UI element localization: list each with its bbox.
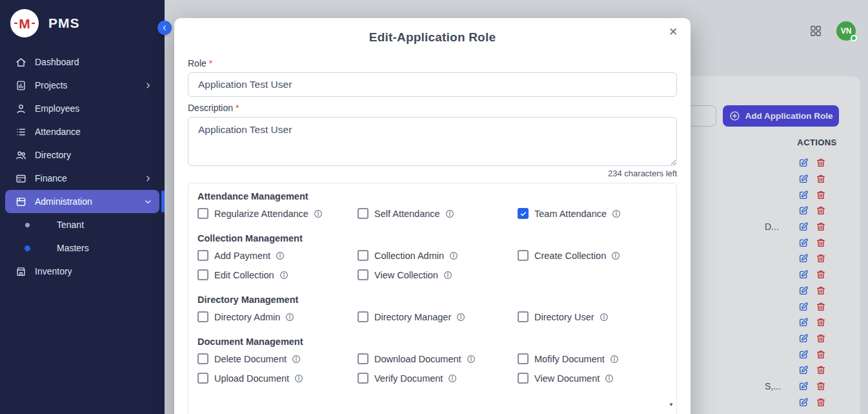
info-icon[interactable]: [449, 251, 458, 260]
checkbox-icon[interactable]: [358, 373, 368, 384]
checkbox-icon[interactable]: [358, 269, 368, 280]
permission-directory-admin[interactable]: Directory Admin: [197, 311, 358, 322]
permission-grid: Delete DocumentDownload DocumentMofify D…: [197, 353, 672, 384]
sidebar-item-dashboard[interactable]: Dashboard: [5, 50, 159, 74]
checked-checkbox-icon[interactable]: [518, 208, 529, 219]
checkbox-icon[interactable]: [358, 353, 368, 364]
permission-label: Collection Admin: [374, 251, 444, 261]
sidebar-item-employees[interactable]: Employees: [5, 97, 159, 120]
info-icon[interactable]: [456, 313, 465, 322]
list-icon: [15, 127, 26, 138]
permission-edit-collection[interactable]: Edit Collection: [197, 269, 358, 280]
checkbox-icon[interactable]: [197, 311, 208, 322]
edit-application-role-modal: Edit-Application Role ✕ Role* Descriptio…: [174, 18, 691, 414]
modal-body: Role* Description* Application Test User…: [174, 45, 691, 414]
projects-icon: [15, 80, 26, 91]
info-icon[interactable]: [279, 271, 288, 280]
role-input[interactable]: [188, 72, 677, 97]
checkbox-icon[interactable]: [358, 208, 368, 219]
checkbox-icon[interactable]: [518, 250, 529, 261]
sidebar-item-inventory[interactable]: Inventory: [5, 260, 159, 283]
info-icon[interactable]: [600, 313, 609, 322]
checkbox-icon[interactable]: [518, 373, 529, 384]
permission-directory-user[interactable]: Directory User: [518, 311, 672, 322]
avatar-initials: VN: [841, 26, 852, 36]
scrollbar-down-arrow-icon[interactable]: ▼: [669, 402, 674, 408]
checkbox-icon[interactable]: [197, 250, 208, 261]
label-text: Description: [188, 103, 233, 113]
required-asterisk: *: [236, 103, 239, 113]
permission-mofify-document[interactable]: Mofify Document: [518, 353, 672, 364]
permission-label: Self Attendance: [374, 209, 440, 219]
permission-regularize-attendance[interactable]: Regularize Attendance: [197, 208, 358, 219]
description-textarea[interactable]: Application Test User: [188, 117, 677, 166]
home-icon: [15, 57, 26, 68]
permission-label: Edit Collection: [214, 270, 274, 280]
scroll-spacer: [197, 398, 672, 414]
permission-collection-admin[interactable]: Collection Admin: [358, 250, 518, 261]
description-label: Description*: [188, 103, 677, 113]
info-icon[interactable]: [445, 209, 454, 218]
sidebar-item-tenant[interactable]: Tenant: [5, 213, 159, 236]
info-icon[interactable]: [314, 209, 323, 218]
permission-view-collection[interactable]: View Collection: [358, 269, 518, 280]
sidebar-item-label: Administration: [35, 196, 143, 207]
permission-team-attendance[interactable]: Team Attendance: [518, 208, 672, 219]
app-logo: M PMS: [0, 0, 165, 45]
permission-label: View Document: [534, 373, 600, 384]
permission-delete-document[interactable]: Delete Document: [197, 353, 358, 364]
permission-group-directory-management: Directory ManagementDirectory AdminDirec…: [197, 295, 672, 322]
sidebar-item-attendance[interactable]: Attendance: [5, 120, 159, 143]
checkbox-icon[interactable]: [197, 269, 208, 280]
permission-create-collection[interactable]: Create Collection: [518, 250, 672, 261]
checkbox-icon[interactable]: [518, 353, 529, 364]
info-icon[interactable]: [285, 313, 294, 322]
info-icon[interactable]: [448, 374, 457, 383]
sidebar-collapse-button[interactable]: [157, 21, 172, 35]
checkbox-icon[interactable]: [358, 250, 368, 261]
pms-logo-icon: M: [10, 9, 39, 37]
permission-download-document[interactable]: Download Document: [358, 353, 518, 364]
checkbox-icon[interactable]: [197, 373, 208, 384]
info-icon[interactable]: [605, 374, 614, 383]
sidebar-item-directory[interactable]: Directory: [5, 143, 159, 167]
sidebar-item-label: Employees: [35, 103, 153, 114]
permission-upload-document[interactable]: Upload Document: [197, 373, 358, 384]
checkbox-icon[interactable]: [518, 311, 529, 322]
permission-label: Team Attendance: [534, 209, 607, 219]
checkbox-icon[interactable]: [197, 353, 208, 364]
sidebar-item-label: Dashboard: [35, 57, 153, 67]
info-icon[interactable]: [612, 209, 621, 218]
info-icon[interactable]: [610, 355, 619, 364]
bullet-icon: [25, 223, 30, 227]
info-icon[interactable]: [294, 374, 303, 383]
permissions-list[interactable]: Attendance ManagementRegularize Attendan…: [188, 183, 677, 414]
checkbox-icon[interactable]: [197, 208, 208, 219]
sidebar-item-finance[interactable]: Finance: [5, 167, 159, 190]
permission-label: Add Payment: [214, 251, 270, 261]
user-avatar[interactable]: VN: [836, 21, 856, 41]
permission-grid: Add PaymentCollection AdminCreate Collec…: [197, 250, 672, 280]
close-icon[interactable]: ✕: [665, 23, 681, 40]
permission-add-payment[interactable]: Add Payment: [197, 250, 358, 261]
info-icon[interactable]: [443, 271, 452, 280]
sidebar-item-administration[interactable]: Administration: [5, 190, 159, 213]
apps-grid-icon[interactable]: [809, 25, 822, 37]
info-icon[interactable]: [292, 355, 301, 364]
sidebar-item-projects[interactable]: Projects: [5, 74, 159, 97]
person-icon: [15, 103, 26, 114]
required-asterisk: *: [209, 58, 212, 68]
info-icon[interactable]: [611, 251, 620, 260]
sidebar-item-label: Projects: [35, 80, 143, 90]
permission-self-attendance[interactable]: Self Attendance: [358, 208, 518, 219]
permission-directory-manager[interactable]: Directory Manager: [358, 311, 518, 322]
permission-verify-document[interactable]: Verify Document: [358, 373, 518, 384]
checkbox-icon[interactable]: [358, 311, 368, 322]
bullet-icon: [25, 245, 30, 251]
sidebar-item-masters[interactable]: Masters: [5, 236, 159, 260]
chevron-left-icon: [160, 23, 169, 32]
permission-group-title: Directory Management: [197, 295, 672, 305]
permission-view-document[interactable]: View Document: [518, 373, 672, 384]
info-icon[interactable]: [276, 251, 285, 260]
info-icon[interactable]: [467, 355, 476, 364]
